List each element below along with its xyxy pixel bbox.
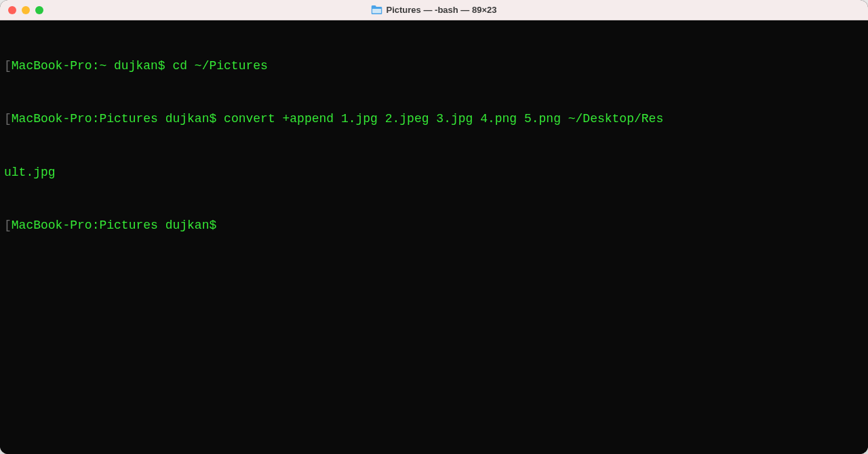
- bracket-open: [: [4, 59, 12, 73]
- svg-rect-1: [372, 5, 376, 8]
- folder-icon: [372, 5, 382, 15]
- titlebar: Pictures — -bash — 89×23: [0, 0, 868, 20]
- prompt: MacBook-Pro:Pictures dujkan$: [12, 112, 224, 126]
- svg-rect-2: [372, 9, 381, 14]
- command: cd ~/Pictures: [172, 59, 267, 73]
- bracket-open: [: [4, 219, 12, 232]
- terminal-line: [MacBook-Pro:~ dujkan$ cd ~/Pictures: [4, 57, 864, 75]
- maximize-button[interactable]: [35, 6, 43, 14]
- command-continuation: ult.jpg: [4, 166, 56, 179]
- terminal-body[interactable]: [MacBook-Pro:~ dujkan$ cd ~/Pictures [Ma…: [0, 20, 868, 454]
- command: convert +append 1.jpg 2.jpeg 3.jpg 4.png…: [224, 112, 663, 126]
- prompt: MacBook-Pro:Pictures dujkan$: [12, 219, 224, 232]
- terminal-window: Pictures — -bash — 89×23 [MacBook-Pro:~ …: [0, 0, 868, 454]
- close-button[interactable]: [8, 6, 16, 14]
- terminal-line: [MacBook-Pro:Pictures dujkan$: [4, 216, 864, 234]
- bracket-open: [: [4, 112, 12, 126]
- window-title: Pictures — -bash — 89×23: [387, 5, 497, 15]
- prompt: MacBook-Pro:~ dujkan$: [12, 59, 173, 73]
- minimize-button[interactable]: [22, 6, 30, 14]
- terminal-line-continuation: ult.jpg: [4, 164, 864, 181]
- traffic-lights: [8, 6, 43, 14]
- terminal-line: [MacBook-Pro:Pictures dujkan$ convert +a…: [4, 110, 864, 128]
- title-area: Pictures — -bash — 89×23: [372, 5, 497, 15]
